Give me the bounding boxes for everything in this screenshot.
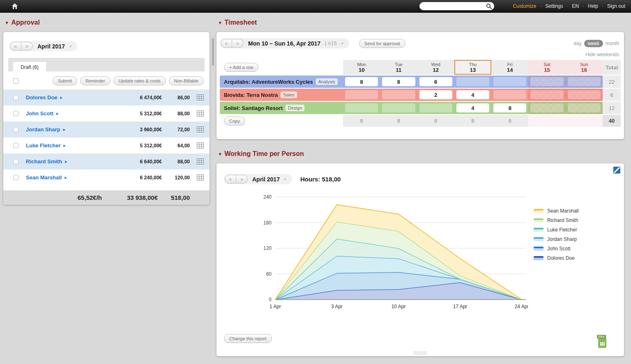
view-week-button[interactable]: week <box>584 40 603 47</box>
change-report-button[interactable]: Change this report <box>224 334 272 343</box>
hours-cell[interactable] <box>345 103 378 112</box>
row-hours: 88,00 <box>162 111 190 117</box>
home-icon[interactable] <box>12 3 18 9</box>
hours-cell[interactable]: 4 <box>456 103 489 112</box>
menu-help[interactable]: Help <box>579 3 598 9</box>
row-checkbox[interactable] <box>13 143 18 148</box>
wt-prev-button[interactable]: < <box>225 175 236 183</box>
hours-cell[interactable] <box>456 77 489 86</box>
timesheet-grid-icon[interactable] <box>190 94 204 101</box>
week-range-label[interactable]: Mon 10 – Sun 16, Apr 2017 <box>248 40 320 47</box>
project-name[interactable]: Soltel: Santiago Resort <box>224 105 283 111</box>
legend-label: Richard Smith <box>547 217 578 223</box>
person-link[interactable]: Dolores Doe▸ <box>26 94 115 101</box>
approval-column: ▾ Approval < > April 2017 ▾ Draft (6) Su <box>3 13 210 356</box>
legend-label: John Scott <box>547 246 571 252</box>
project-row: Soltel: Santiago ResortDesign 4 8 12 <box>220 102 621 114</box>
hours-cell[interactable] <box>568 77 601 86</box>
hours-cell[interactable]: 6 <box>419 77 452 86</box>
row-checkbox[interactable] <box>13 111 18 116</box>
working-time-section-title[interactable]: ▾ Working Time per Person <box>219 150 624 158</box>
menu-sign-out[interactable]: Sign out <box>598 3 625 9</box>
timesheet-grid: + Add a row Mon10 Tue11 Wed12 Thu13 Fri1… <box>220 60 621 127</box>
copy-button[interactable]: Copy <box>224 117 245 126</box>
panel-resize-handle[interactable] <box>414 352 427 355</box>
wt-period-label[interactable]: April 2017 <box>252 176 280 183</box>
scrollbar-thumb[interactable] <box>212 38 214 66</box>
timesheet-panel: < > Mon 10 – Sun 16, Apr 2017 | #15 ▾ Se… <box>216 32 624 139</box>
reminder-button[interactable]: Reminder <box>80 76 111 85</box>
hours-cell[interactable]: 4 <box>456 90 489 99</box>
period-dropdown-icon[interactable]: ▾ <box>69 44 71 48</box>
timesheet-grid-icon[interactable] <box>190 158 204 165</box>
timesheet-section-title[interactable]: ▾ Timesheet <box>219 19 624 26</box>
hours-cell[interactable] <box>493 77 526 86</box>
menu-customize[interactable]: Customize <box>513 3 537 9</box>
timesheet-grid-icon[interactable] <box>190 142 204 149</box>
project-name[interactable]: Biovida: Terra Nostra <box>224 92 278 98</box>
submit-button[interactable]: Submit <box>53 76 77 85</box>
week-prev-button[interactable]: < <box>221 39 232 48</box>
timesheet-grid-icon[interactable] <box>190 126 204 133</box>
hours-cell[interactable] <box>493 90 526 99</box>
menu-settings[interactable]: Settings <box>536 3 563 9</box>
row-checkbox[interactable] <box>13 159 18 164</box>
hours-cell[interactable]: 8 <box>345 77 378 86</box>
tab-draft[interactable]: Draft (6) <box>13 62 46 73</box>
expand-row-icon: ▸ <box>60 95 62 100</box>
wt-next-button[interactable]: > <box>236 175 248 183</box>
legend-item: John Scott <box>534 246 579 252</box>
hide-weekends-link[interactable]: Hide weekends <box>585 52 619 57</box>
view-month-button[interactable]: month <box>606 41 619 46</box>
select-all-checkbox[interactable] <box>13 78 18 84</box>
csv-export-icon[interactable]: CSV <box>597 335 608 349</box>
week-next-button[interactable]: > <box>232 39 244 48</box>
hours-cell[interactable] <box>568 103 601 112</box>
approval-section-title[interactable]: ▾ Approval <box>6 19 210 26</box>
day-header-fri: Fri14 <box>491 60 528 75</box>
hours-cell[interactable] <box>530 77 563 86</box>
person-link[interactable]: Sean Marshall▸ <box>26 174 115 181</box>
timesheet-grid-icon[interactable] <box>190 110 204 117</box>
project-name[interactable]: Arquilabs: AdventureWorks Cycles <box>224 79 313 85</box>
approval-prev-button[interactable]: < <box>10 42 21 50</box>
person-link[interactable]: Luke Fletcher▸ <box>26 142 115 149</box>
send-for-approval-button[interactable]: Send for approval <box>359 39 405 48</box>
person-name: Dolores Doe <box>26 94 58 101</box>
hours-cell[interactable] <box>382 90 415 99</box>
project-row: Biovida: Terra NostraSales 2 4 6 <box>220 89 621 101</box>
add-row-button[interactable]: + Add a row <box>224 63 258 72</box>
update-rates-button[interactable]: Update rates & costs <box>113 76 166 85</box>
search-icon[interactable] <box>486 3 492 9</box>
expand-icon[interactable] <box>613 167 620 174</box>
approval-period-label[interactable]: April 2017 <box>37 43 65 50</box>
right-column: ▾ Timesheet < > Mon 10 – Sun 16, Apr 201… <box>216 13 624 356</box>
timesheet-grid-icon[interactable] <box>190 174 204 181</box>
hours-cell[interactable] <box>530 90 563 99</box>
menu-language[interactable]: EN <box>563 3 579 9</box>
hours-cell[interactable] <box>345 90 378 99</box>
search-input[interactable] <box>419 2 494 10</box>
hours-cell[interactable] <box>530 103 563 112</box>
hours-cell[interactable] <box>568 90 601 99</box>
wt-period-dropdown-icon[interactable]: ▾ <box>284 177 286 181</box>
hours-cell[interactable] <box>382 103 415 112</box>
footer-amount: 33 938,00€ <box>108 194 158 201</box>
row-checkbox[interactable] <box>13 127 18 132</box>
approval-next-button[interactable]: > <box>21 42 33 50</box>
row-checkbox[interactable] <box>13 175 18 180</box>
project-tag: Design <box>286 105 304 111</box>
row-checkbox[interactable] <box>13 95 18 100</box>
person-link[interactable]: John Scott▸ <box>26 110 115 117</box>
hours-cell[interactable]: 2 <box>419 90 452 99</box>
person-link[interactable]: Richard Smith▸ <box>26 158 115 165</box>
view-day-button[interactable]: day <box>573 41 581 46</box>
hours-cell[interactable]: 8 <box>382 77 415 86</box>
hours-cell[interactable]: 8 <box>493 103 526 112</box>
hours-cell[interactable] <box>419 103 452 112</box>
expand-row-icon: ▸ <box>63 127 65 132</box>
footer-hours: 518,00 <box>158 194 190 201</box>
person-link[interactable]: Jordan Sharp▸ <box>26 126 115 133</box>
week-dropdown-icon[interactable]: ▾ <box>341 41 343 46</box>
non-billable-button[interactable]: Non-Billable <box>169 76 204 85</box>
